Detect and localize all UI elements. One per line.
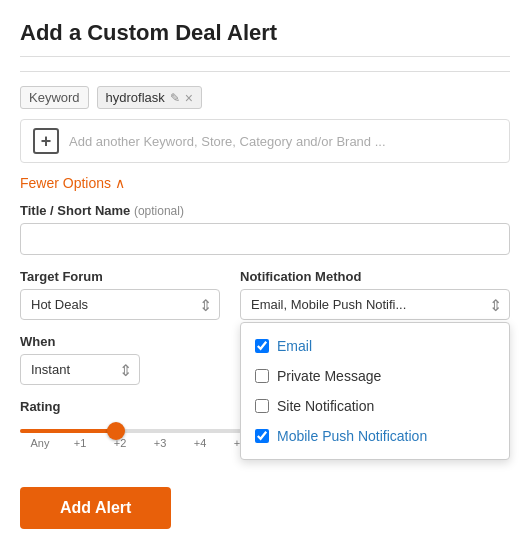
keyword-value: hydroflask: [106, 90, 165, 105]
notif-label-site-notification: Site Notification: [277, 398, 374, 414]
slider-fill: [20, 429, 116, 433]
fewer-options-label: Fewer Options: [20, 175, 111, 191]
title-input[interactable]: [20, 223, 510, 255]
plus-button[interactable]: +: [33, 128, 59, 154]
notif-option-private-message[interactable]: Private Message: [241, 361, 509, 391]
when-select[interactable]: Instant Daily Digest Weekly Digest: [20, 354, 140, 385]
notif-option-site-notification[interactable]: Site Notification: [241, 391, 509, 421]
slider-thumb[interactable]: [107, 422, 125, 440]
slider-track: [20, 429, 260, 433]
keyword-remove-icon[interactable]: ×: [185, 91, 193, 105]
fewer-options-link[interactable]: Fewer Options ∧: [20, 175, 125, 191]
notif-label-private-message: Private Message: [277, 368, 381, 384]
page-title: Add a Custom Deal Alert: [20, 20, 510, 57]
title-label: Title / Short Name (optional): [20, 203, 510, 218]
slider-label-plus3: +3: [140, 437, 180, 449]
add-alert-button[interactable]: Add Alert: [20, 487, 171, 529]
slider-label-plus4: +4: [180, 437, 220, 449]
add-keyword-row[interactable]: + Add another Keyword, Store, Category a…: [20, 119, 510, 163]
chevron-up-icon: ∧: [115, 175, 125, 191]
notif-checkbox-email[interactable]: [255, 339, 269, 353]
notification-method-section: Notification Method Email, Mobile Push N…: [240, 269, 510, 320]
when-select-wrapper: Instant Daily Digest Weekly Digest ⇕: [20, 354, 140, 385]
notif-label-email: Email: [277, 338, 312, 354]
slider-label-plus1: +1: [60, 437, 100, 449]
notification-selected-display: Email, Mobile Push Notifi...: [251, 297, 406, 312]
notif-option-email[interactable]: Email: [241, 331, 509, 361]
keyword-tag: hydroflask ✎ ×: [97, 86, 202, 109]
optional-text: (optional): [134, 204, 184, 218]
keyword-edit-icon[interactable]: ✎: [170, 91, 180, 105]
notif-option-mobile-push[interactable]: Mobile Push Notification: [241, 421, 509, 451]
notif-checkbox-mobile-push[interactable]: [255, 429, 269, 443]
target-forum-select[interactable]: Hot Deals Freebies Gift Card Exchange Al…: [20, 289, 220, 320]
notif-checkbox-site-notification[interactable]: [255, 399, 269, 413]
target-forum-label: Target Forum: [20, 269, 220, 284]
target-forum-section: Target Forum Hot Deals Freebies Gift Car…: [20, 269, 220, 320]
notif-label-mobile-push: Mobile Push Notification: [277, 428, 427, 444]
target-forum-select-wrapper: Hot Deals Freebies Gift Card Exchange Al…: [20, 289, 220, 320]
notification-method-select[interactable]: Email, Mobile Push Notifi...: [240, 289, 510, 320]
notification-dropdown: Email Private Message Site Notification …: [240, 322, 510, 460]
slider-label-any: Any: [20, 437, 60, 449]
keyword-label: Keyword: [20, 86, 89, 109]
keyword-row: Keyword hydroflask ✎ ×: [20, 86, 510, 109]
notif-checkbox-private-message[interactable]: [255, 369, 269, 383]
add-placeholder-text: Add another Keyword, Store, Category and…: [69, 134, 386, 149]
slider-labels: Any +1 +2 +3 +4 +5: [20, 437, 260, 449]
notification-method-label: Notification Method: [240, 269, 510, 284]
notification-method-select-wrapper: Email, Mobile Push Notifi... ⇕ Email Pri…: [240, 289, 510, 320]
